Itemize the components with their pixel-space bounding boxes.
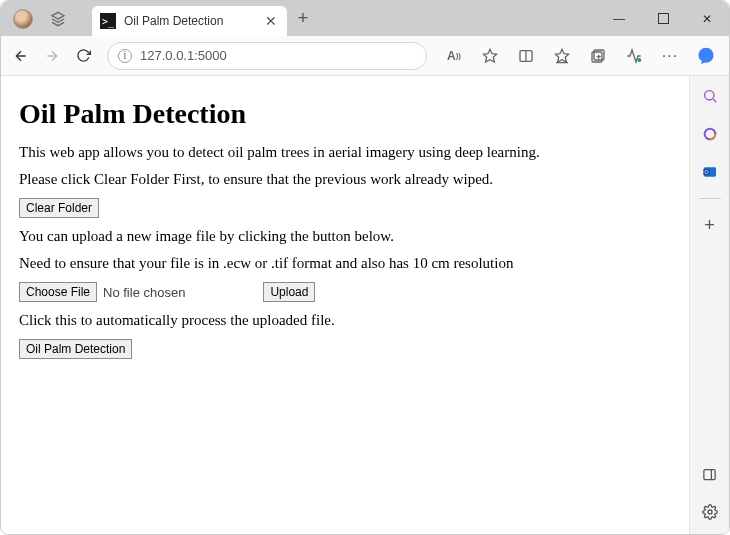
svg-point-10 [637, 58, 641, 62]
read-aloud-icon[interactable]: A)) [437, 41, 471, 71]
workspaces-icon[interactable] [45, 6, 70, 31]
tab-close-icon[interactable]: ✕ [263, 13, 279, 29]
sidebar-add-icon[interactable]: + [696, 211, 724, 239]
format-hint-text: Need to ensure that your file is in .ecw… [19, 255, 671, 272]
favorite-icon[interactable] [473, 41, 507, 71]
maximize-button[interactable] [641, 1, 685, 36]
more-icon[interactable]: ··· [653, 41, 687, 71]
sidebar-outlook-icon[interactable]: O [696, 158, 724, 186]
close-window-button[interactable]: ✕ [685, 1, 729, 36]
svg-line-12 [713, 99, 716, 102]
page-title: Oil Palm Detection [19, 98, 671, 130]
svg-rect-18 [704, 469, 715, 479]
browser-tab[interactable]: >_ Oil Palm Detection ✕ [92, 6, 287, 36]
page-content: Oil Palm Detection This web app allows y… [5, 80, 685, 530]
upload-button[interactable]: Upload [263, 282, 315, 302]
svg-text:O: O [704, 169, 708, 175]
intro-text: This web app allows you to detect oil pa… [19, 144, 671, 161]
back-button[interactable] [7, 41, 34, 71]
health-icon[interactable] [617, 41, 651, 71]
svg-marker-4 [555, 49, 568, 62]
clear-hint-text: Please click Clear Folder First, to ensu… [19, 171, 671, 188]
minimize-button[interactable]: — [597, 1, 641, 36]
collections-icon[interactable] [581, 41, 615, 71]
sidebar-panel-icon[interactable] [696, 460, 724, 488]
svg-point-11 [704, 91, 713, 100]
profile-avatar[interactable] [13, 9, 33, 29]
choose-file-button[interactable]: Choose File [19, 282, 97, 302]
copilot-icon[interactable] [689, 41, 723, 71]
process-hint-text: Click this to automatically process the … [19, 312, 671, 329]
tab-favicon-icon: >_ [100, 13, 116, 29]
svg-marker-1 [483, 49, 496, 62]
address-bar[interactable]: i 127.0.0.1:5000 [107, 42, 427, 70]
sidebar-office-icon[interactable] [696, 120, 724, 148]
clear-folder-button[interactable]: Clear Folder [19, 198, 99, 218]
new-tab-button[interactable]: + [289, 5, 317, 33]
sidebar-settings-icon[interactable] [696, 498, 724, 526]
svg-rect-0 [658, 14, 668, 24]
sidebar-search-icon[interactable] [696, 82, 724, 110]
split-screen-icon[interactable] [509, 41, 543, 71]
favorites-list-icon[interactable] [545, 41, 579, 71]
url-text: 127.0.0.1:5000 [140, 48, 227, 63]
tab-title: Oil Palm Detection [124, 14, 263, 28]
edge-sidebar: O + [689, 76, 729, 534]
titlebar: >_ Oil Palm Detection ✕ + — ✕ [1, 1, 729, 36]
window-controls: — ✕ [597, 1, 729, 36]
refresh-button[interactable] [70, 41, 97, 71]
site-info-icon[interactable]: i [118, 49, 132, 63]
upload-hint-text: You can upload a new image file by click… [19, 228, 671, 245]
oil-palm-detection-button[interactable]: Oil Palm Detection [19, 339, 132, 359]
browser-toolbar: i 127.0.0.1:5000 A)) ··· [1, 36, 729, 76]
file-status-text: No file chosen [103, 285, 185, 300]
svg-point-20 [708, 510, 712, 514]
forward-button[interactable] [38, 41, 65, 71]
